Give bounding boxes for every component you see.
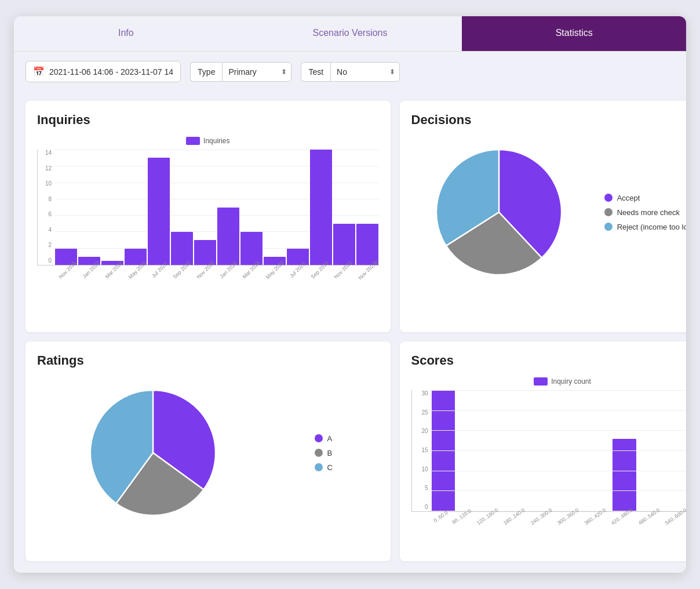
test-filter-label: Test — [301, 62, 330, 82]
inquiries-title: Inquiries — [37, 112, 379, 128]
type-filter-group: Type Primary Secondary — [190, 62, 291, 82]
inquiries-legend: Inquiries — [37, 137, 379, 145]
scores-bar-420..480.0 — [612, 439, 636, 511]
tab-scenario-versions[interactable]: Scenario Versions — [238, 16, 462, 51]
scores-bars-area: 051015202530 — [411, 390, 686, 512]
bar-Mar 2023 — [240, 232, 262, 265]
scores-y-axis: 051015202530 — [412, 390, 431, 511]
legend-dot — [604, 223, 612, 231]
inquiries-x-labels: Nov 2021Jan 2022Mar 2022May 2022Jul 2022… — [37, 268, 379, 274]
legend-dot — [315, 434, 323, 442]
legend-item-A: A — [315, 434, 333, 443]
scores-grid — [429, 390, 686, 511]
decisions-pie-chart — [429, 143, 568, 282]
scores-legend: Inquiry count — [411, 377, 686, 386]
legend-item-C: C — [315, 463, 333, 472]
tab-statistics[interactable]: Statistics — [462, 16, 686, 51]
app-container: Info Scenario Versions Statistics 📅 2021… — [14, 16, 686, 573]
ratings-pie-chart — [83, 383, 223, 522]
legend-text: B — [327, 449, 333, 457]
type-filter-select[interactable]: Primary Secondary — [222, 62, 291, 82]
bar-Nov 2023 — [333, 224, 355, 265]
bar-Sep 2023 — [310, 150, 332, 265]
legend-dot — [315, 463, 323, 471]
inquiries-bar-chart: 02468101214 Nov 2021Jan 2022Mar 2022May … — [37, 150, 379, 289]
scores-legend-label: Inquiry count — [551, 377, 591, 386]
legend-item-Accept: Accept — [604, 194, 686, 202]
inquiries-bars-area: 02468101214 — [37, 150, 379, 266]
bar-Jul 2022 — [148, 158, 170, 265]
ratings-pie-area: ABC — [37, 377, 379, 528]
legend-dot — [604, 208, 612, 216]
test-filter-select[interactable]: No Yes — [330, 62, 400, 82]
scores-bar-0..60.0 — [432, 390, 455, 511]
decisions-title: Decisions — [411, 112, 686, 128]
scores-chart: Inquiry count 051015202530 0..60.060..12… — [411, 377, 686, 528]
legend-item-Reject (income too low): Reject (income too low) — [604, 223, 686, 231]
inquiries-legend-swatch — [186, 137, 200, 145]
inquiries-legend-label: Inquiries — [203, 137, 229, 145]
inquiries-y-axis: 02468101214 — [38, 150, 54, 265]
legend-dot — [315, 449, 323, 457]
legend-text: Needs more check — [617, 208, 680, 217]
ratings-card: Ratings ABC — [25, 341, 391, 561]
legend-item-B: B — [315, 449, 333, 457]
tab-bar: Info Scenario Versions Statistics — [14, 16, 686, 52]
legend-dot — [604, 194, 612, 202]
inquiries-chart: Inquiries 02468101214 Nov 2021Jan 2022Ma… — [37, 137, 379, 299]
decisions-legend: AcceptNeeds more checkReject (income too… — [604, 194, 686, 231]
decisions-pie-area: AcceptNeeds more checkReject (income too… — [411, 137, 686, 288]
legend-text: Accept — [617, 194, 640, 202]
legend-text: A — [327, 434, 333, 443]
date-range-value: 2021-11-06 14:06 - 2023-11-07 14 — [49, 67, 173, 77]
scores-title: Scores — [411, 353, 686, 368]
charts-grid: Inquiries Inquiries 02468101214 Nov 2021… — [14, 92, 686, 573]
calendar-icon: 📅 — [33, 66, 45, 77]
scores-legend-swatch — [534, 377, 548, 386]
bar-Jan 2023 — [217, 208, 239, 266]
inquiries-card: Inquiries Inquiries 02468101214 Nov 2021… — [25, 101, 391, 332]
filters-bar: 📅 2021-11-06 14:06 - 2023-11-07 14 Type … — [14, 52, 686, 92]
scores-card: Scores Inquiry count 051015202530 0..60.… — [400, 341, 686, 561]
legend-text: Reject (income too low) — [617, 223, 686, 231]
bar-Jul 2023 — [287, 249, 309, 265]
ratings-title: Ratings — [37, 353, 379, 368]
bar-Sep 2022 — [171, 232, 193, 265]
date-range-picker[interactable]: 📅 2021-11-06 14:06 - 2023-11-07 14 — [25, 61, 181, 82]
legend-text: C — [327, 463, 333, 472]
scores-x-labels: 0..60.060..120.0120..180.0180..240.0240.… — [411, 514, 686, 520]
test-filter-group: Test No Yes — [301, 62, 400, 82]
legend-item-Needs more check: Needs more check — [604, 208, 686, 217]
ratings-legend: ABC — [315, 434, 333, 472]
decisions-card: Decisions AcceptNeeds more checkReject (… — [400, 101, 686, 332]
type-filter-label: Type — [190, 62, 222, 82]
tab-info[interactable]: Info — [14, 16, 238, 51]
